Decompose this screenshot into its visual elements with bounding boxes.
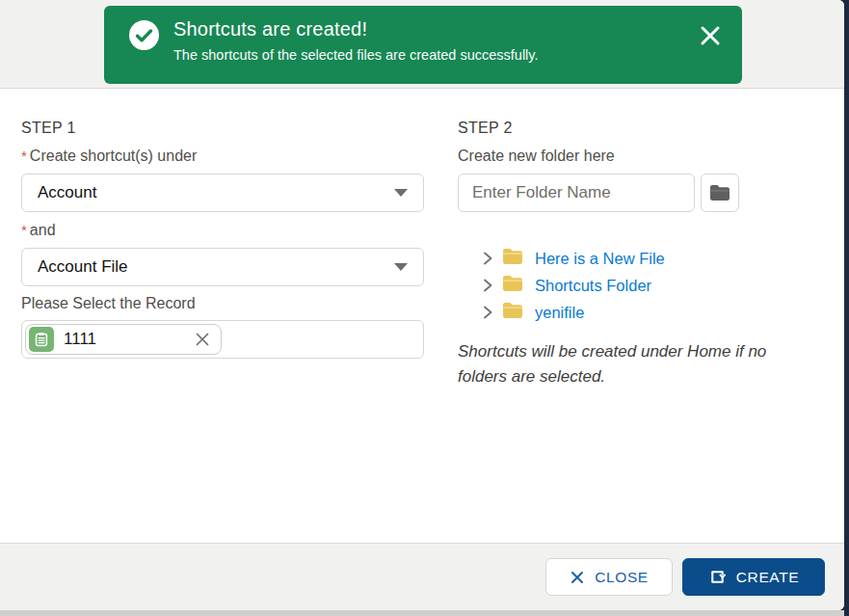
home-fallback-note: Shortcuts will be created under Home if … [458,339,782,389]
file-type-value: Account File [38,257,128,277]
close-button-label: CLOSE [595,569,649,586]
folder-tree: Here is a New File Shortcuts Folder [458,245,805,326]
chevron-right-icon[interactable] [479,304,496,321]
folder-icon [502,248,523,269]
record-select-label: Please Select the Record [21,295,196,312]
toast-close-icon[interactable] [698,23,723,48]
chevron-right-icon[interactable] [479,250,496,267]
toast-subtitle: The shortcuts of the selected files are … [173,47,684,63]
step2-heading: STEP 2 [458,120,513,137]
folder-icon [709,184,730,201]
record-pill: 1111 [25,324,222,355]
modal-bottom-shadow [0,610,844,616]
record-pill-label: 1111 [64,330,96,349]
shortcut-icon [708,568,727,586]
create-button[interactable]: CREATE [682,558,825,596]
tree-row: Shortcuts Folder [458,272,805,299]
folder-name-input[interactable] [458,174,695,212]
close-button[interactable]: CLOSE [545,558,673,596]
remove-record-icon[interactable] [194,331,211,348]
new-folder-label: Create new folder here [458,147,615,165]
step1-and-label: *and [21,222,56,239]
modal-window: Shortcuts are created! The shortcuts of … [0,0,844,610]
create-shortcut-dialog: Shortcuts are created! The shortcuts of … [0,0,849,616]
close-x-icon [570,570,585,585]
step1-heading: STEP 1 [21,120,76,137]
toast-title: Shortcuts are created! [173,18,684,40]
tree-row: yenifile [458,299,805,326]
tree-item-link[interactable]: Shortcuts Folder [535,277,651,295]
chevron-down-icon [394,189,408,197]
step1-under-label: *Create shortcut(s) under [21,147,197,165]
tree-item-link[interactable]: yenifile [535,304,584,322]
success-toast: Shortcuts are created! The shortcuts of … [104,6,742,84]
create-folder-button[interactable] [701,174,739,212]
create-under-combobox[interactable]: Account [21,174,424,212]
tree-item-link[interactable]: Here is a New File [535,250,665,268]
folder-icon [502,302,523,323]
record-clipboard-icon [29,327,54,352]
chevron-down-icon [394,263,408,271]
toast-texts: Shortcuts are created! The shortcuts of … [173,18,684,63]
file-type-combobox[interactable]: Account File [21,248,424,286]
tree-row: Here is a New File [458,245,805,272]
create-button-label: CREATE [736,569,799,586]
modal-footer: CLOSE CREATE [0,543,844,610]
folder-icon [502,275,523,296]
required-asterisk: * [21,147,27,164]
create-under-value: Account [38,183,96,202]
required-asterisk: * [21,222,27,238]
success-check-circle-icon [129,20,159,50]
record-lookup-input[interactable]: 1111 [21,320,424,359]
chevron-right-icon[interactable] [479,277,496,294]
